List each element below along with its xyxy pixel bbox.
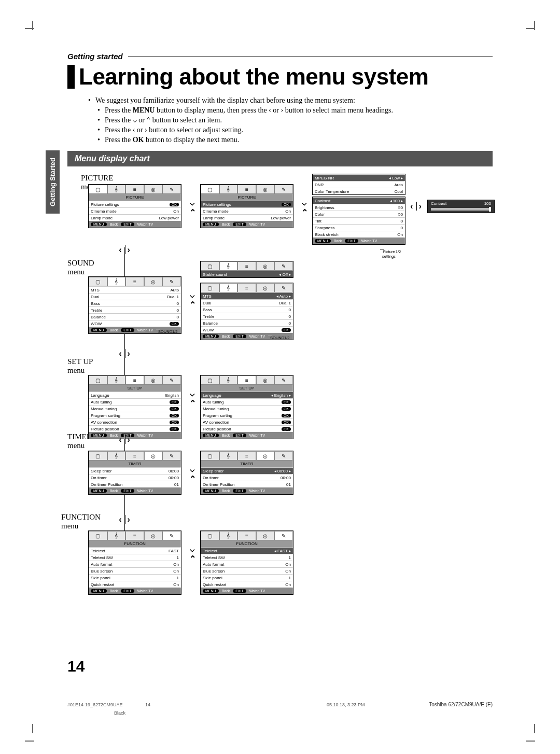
footer-page: 14: [145, 702, 150, 707]
section-header: Getting started: [67, 52, 493, 61]
osd-sound-1: ▢𝄞≡◎✎SOUND1/2MTSAutoDualDual 1Bass0Trebl…: [88, 276, 181, 334]
nav-updown-icon: ⌵⌃: [297, 198, 312, 217]
osd-sound-2: ▢𝄞≡◎✎SOUND1/2MTS◂ Auto ▸DualDual 1Bass0T…: [200, 283, 293, 340]
bullet-1: Press the MENU button to display menu, t…: [96, 106, 493, 116]
osd-function-1: ▢𝄞≡◎✎FUNCTIONTeletextFASTTeletext SW1Aut…: [88, 530, 181, 595]
chart-area: PICTUREmenu SOUNDmenu SET UPmenu TIMERme…: [67, 171, 493, 617]
setup-label: SET UPmenu: [67, 357, 93, 375]
osd-contrast-slider: Contrast100: [427, 200, 495, 213]
nav-updown-icon: ⌵⌃: [185, 290, 200, 310]
nav-leftright-icon: ‹›: [117, 435, 133, 444]
sound-label: SOUNDmenu: [67, 259, 94, 276]
sidebar-tab: Getting Started: [46, 150, 60, 214]
osd-sound-top: ▢𝄞≡◎✎SOUND2/2Stable sound◂ Off ▸: [200, 261, 293, 278]
chart-banner: Menu display chart: [67, 151, 493, 166]
nav-leftright-icon: ‹›: [409, 202, 424, 211]
footer-file: #01E14-19_6272CM9UAE: [67, 702, 123, 707]
intro-bullets: We suggest you familiarize yourself with…: [87, 96, 493, 145]
osd-picture-2: ▢𝄞≡◎✎PICTUREPicture settingsOKCinema mod…: [200, 184, 293, 228]
nav-updown-icon: ⌵⌃: [185, 388, 200, 408]
osd-timer-2: ▢𝄞≡◎✎TIMERSleep timer◂ 00:00 ▸On timer00…: [200, 451, 293, 495]
osd-timer-1: ▢𝄞≡◎✎TIMERSleep timer00:00On timer00:00O…: [88, 451, 181, 495]
title-bar-icon: [67, 65, 75, 89]
osd-setup-1: ▢𝄞≡◎✎SET UPLanguageEnglishAuto tuningOKM…: [88, 375, 181, 439]
section-label: Getting started: [67, 52, 123, 61]
rule: [128, 57, 493, 57]
footer-color: Black: [114, 710, 125, 716]
bullet-3: Press the ‹ or › button to select or adj…: [96, 125, 493, 135]
footer-model: Toshiba 62/72CM9UA/E (E): [429, 702, 493, 707]
bullet-2: Press the ⌵ or ⌃ button to select an ite…: [96, 116, 493, 125]
osd-setup-2: ▢𝄞≡◎✎SET UPLanguage◂ English ▸Auto tunin…: [200, 375, 293, 439]
osd-function-2: ▢𝄞≡◎✎FUNCTIONTeletext◂ FAST ▸Teletext SW…: [200, 530, 293, 595]
nav-updown-icon: ⌵⌃: [185, 464, 200, 484]
osd-picture-1: ▢𝄞≡◎✎PICTUREPicture settingsOKCinema mod…: [88, 184, 181, 228]
nav-updown-icon: ⌵⌃: [185, 198, 200, 217]
nav-updown-icon: ⌵⌃: [185, 544, 200, 564]
function-label: FUNCTIONmenu: [61, 513, 101, 530]
footer-datetime: 05.10.18, 3:23 PM: [327, 702, 365, 707]
osd-picture-settings-22: Picture settings2/2MPEG NR◂ Low ▸DNRAuto…: [312, 174, 405, 195]
bullet-4: Press the OK button to display the next …: [96, 135, 493, 145]
page-number: 14: [67, 658, 85, 675]
nav-leftright-icon: ‹›: [117, 245, 133, 255]
intro-line: We suggest you familiarize yourself with…: [87, 96, 493, 106]
nav-leftright-icon: ‹›: [117, 515, 133, 524]
nav-leftright-icon: ‹›: [117, 349, 133, 358]
page-title: Learning about the menu system: [79, 64, 428, 90]
osd-picture-settings-12: Picture settings1/2Contrast◂ 100 ▸Bright…: [312, 197, 405, 245]
